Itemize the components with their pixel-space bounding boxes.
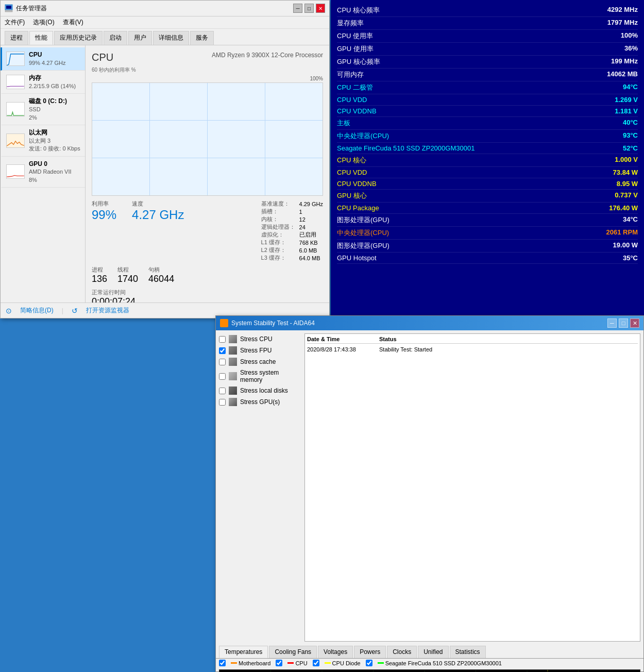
disk-graph-svg bbox=[7, 103, 24, 116]
tab-users[interactable]: 用户 bbox=[128, 31, 152, 45]
hw-label-18: 中央处理器(CPU) bbox=[337, 228, 389, 238]
sockets-val: 1 bbox=[299, 208, 323, 215]
menu-view[interactable]: 查看(V) bbox=[63, 18, 83, 27]
tab-process[interactable]: 进程 bbox=[5, 31, 28, 45]
legend-mb-checkbox[interactable] bbox=[219, 660, 226, 666]
aida-tab-voltages[interactable]: Voltages bbox=[318, 646, 353, 658]
handle-stat: 句柄 46044 bbox=[148, 266, 174, 284]
menu-options[interactable]: 选项(O) bbox=[33, 18, 54, 27]
thread-val: 1740 bbox=[117, 274, 138, 284]
handle-val: 46044 bbox=[148, 274, 174, 284]
aida-maximize-btn[interactable]: □ bbox=[619, 318, 628, 328]
hw-label-20: GPU Hotspot bbox=[337, 254, 377, 262]
maximize-button[interactable]: □ bbox=[304, 4, 314, 13]
legend-ssd-color bbox=[378, 662, 384, 664]
tab-services[interactable]: 服务 bbox=[190, 31, 214, 45]
stress-gpu-checkbox[interactable] bbox=[219, 399, 226, 406]
hw-value-19: 19.00 W bbox=[613, 241, 638, 250]
hw-label-19: 图形处理器(GPU) bbox=[337, 241, 389, 250]
legend-cpu-label: CPU bbox=[295, 660, 307, 666]
minimize-button[interactable]: ─ bbox=[293, 4, 302, 13]
aida-tab-cooling[interactable]: Cooling Fans bbox=[269, 646, 317, 658]
net-graph-svg bbox=[7, 134, 24, 147]
open-monitor-link[interactable]: 打开资源监视器 bbox=[86, 306, 129, 315]
tab-app-history[interactable]: 应用历史记录 bbox=[54, 31, 103, 45]
legend-ssd-label: Seagate FireCuda 510 SSD ZP2000GM30001 bbox=[385, 660, 502, 666]
disk-mini-graph bbox=[6, 102, 25, 116]
gpu-sidebar-text: GPU 0 AMD Radeon VII 8% bbox=[29, 160, 72, 184]
sidebar-item-gpu[interactable]: GPU 0 AMD Radeon VII 8% bbox=[1, 157, 85, 188]
hw-row-13: CPU VDD 73.84 W bbox=[337, 167, 638, 178]
detail-table: 基准速度： 4.29 GHz 插槽： 1 内核： 12 逻辑处理器： bbox=[261, 200, 323, 262]
stat-speed: 速度 4.27 GHz bbox=[132, 200, 184, 262]
aida-tab-bar: Temperatures Cooling Fans Voltages Power… bbox=[216, 645, 643, 659]
l1-val: 768 KB bbox=[299, 239, 323, 246]
logical-proc-val: 24 bbox=[299, 223, 323, 231]
mem-sidebar-text: 内存 2.2/15.9 GB (14%) bbox=[29, 74, 76, 90]
close-button[interactable]: ✕ bbox=[316, 4, 325, 13]
collapse-icon: ⊙ bbox=[6, 307, 12, 315]
stress-cpu-icon bbox=[229, 335, 237, 343]
graph-cell-5 bbox=[92, 121, 149, 158]
stress-fpu-checkbox[interactable] bbox=[219, 347, 226, 354]
aida-tab-powers[interactable]: Powers bbox=[354, 646, 386, 658]
stress-cache-item: Stress cache bbox=[219, 356, 301, 367]
gpu-sidebar-name: GPU 0 bbox=[29, 160, 72, 169]
aida-title-text: System Stability Test - AIDA64 bbox=[231, 320, 315, 327]
util-value: 99% bbox=[92, 208, 116, 222]
hw-value-8: 1.181 V bbox=[615, 107, 638, 115]
graph-cell-12 bbox=[265, 158, 323, 195]
stress-cache-checkbox[interactable] bbox=[219, 359, 226, 365]
legend-cpu-checkbox[interactable] bbox=[276, 660, 282, 666]
summary-link[interactable]: 简略信息(D) bbox=[20, 306, 54, 315]
aida-tab-clocks[interactable]: Clocks bbox=[387, 646, 417, 658]
legend-cpudiode-checkbox[interactable] bbox=[313, 660, 319, 666]
window-controls: ─ □ ✕ bbox=[293, 4, 325, 13]
tab-performance[interactable]: 性能 bbox=[29, 31, 53, 45]
stats-big: 利用率 99% 速度 4.27 GHz 基准速度： 4.29 GHz 插槽： bbox=[92, 200, 323, 262]
hw-value-13: 73.84 W bbox=[613, 169, 638, 176]
hw-value-10: 93°C bbox=[623, 131, 638, 141]
uptime-label: 正常运行时间 bbox=[92, 289, 323, 296]
legend-cpu-diode: CPU Diode bbox=[325, 660, 361, 666]
stat-util: 利用率 99% bbox=[92, 200, 116, 262]
aida-tab-statistics[interactable]: Statistics bbox=[450, 646, 486, 658]
stress-memory-icon bbox=[229, 372, 237, 380]
sidebar-item-cpu[interactable]: CPU 99% 4.27 GHz bbox=[1, 47, 85, 71]
legend-ssd-checkbox[interactable] bbox=[366, 660, 372, 666]
hw-label-4: GPU 核心频率 bbox=[337, 57, 380, 66]
temp-graph-svg: 94 94 52 40 bbox=[219, 670, 640, 672]
legend-cpu: CPU bbox=[287, 660, 307, 666]
l3-label: L3 缓存： bbox=[261, 254, 299, 262]
stress-disk-icon bbox=[229, 387, 237, 395]
l2-val: 6.0 MB bbox=[299, 246, 323, 254]
stress-memory-checkbox[interactable] bbox=[219, 373, 226, 380]
hw-row-18: 中央处理器(CPU) 2061 RPM bbox=[337, 227, 638, 240]
hw-value-14: 8.95 W bbox=[617, 180, 638, 188]
aida-minimize-btn[interactable]: ─ bbox=[607, 318, 617, 328]
sidebar-item-disk[interactable]: 磁盘 0 (C: D:) SSD 2% bbox=[1, 94, 85, 125]
aida-close-btn[interactable]: ✕ bbox=[630, 318, 639, 328]
thread-label: 线程 bbox=[117, 266, 138, 274]
hw-label-11: Seagate FireCuda 510 SSD ZP2000GM30001 bbox=[337, 144, 474, 152]
stress-cpu-checkbox[interactable] bbox=[219, 336, 226, 343]
graph-cell-8 bbox=[265, 121, 323, 158]
stress-disk-checkbox[interactable] bbox=[219, 388, 226, 394]
hw-row-11: Seagate FireCuda 510 SSD ZP2000GM30001 5… bbox=[337, 143, 638, 154]
tab-details[interactable]: 详细信息 bbox=[153, 31, 189, 45]
hwinfo-panel: CPU 核心频率 4292 MHz 显存频率 1797 MHz CPU 使用率 … bbox=[331, 0, 644, 318]
hw-label-3: GPU 使用率 bbox=[337, 44, 374, 54]
graph-cell-9 bbox=[92, 158, 149, 195]
hw-value-16: 176.40 W bbox=[609, 204, 638, 212]
legend-ssd: Seagate FireCuda 510 SSD ZP2000GM30001 bbox=[378, 660, 502, 666]
hw-label-14: CPU VDDNB bbox=[337, 180, 377, 188]
graph-cell-4 bbox=[265, 83, 323, 120]
menu-file[interactable]: 文件(F) bbox=[5, 18, 25, 27]
menu-bar: 文件(F) 选项(O) 查看(V) bbox=[1, 16, 329, 29]
log-status-0: Stability Test: Started bbox=[379, 346, 638, 352]
tab-startup[interactable]: 启动 bbox=[104, 31, 127, 45]
aida-tab-temperatures[interactable]: Temperatures bbox=[219, 646, 268, 658]
sidebar-item-network[interactable]: 以太网 以太网 3 发送: 0 接收: 0 Kbps bbox=[1, 125, 85, 157]
aida-tab-unified[interactable]: Unified bbox=[418, 646, 448, 658]
sidebar-item-memory[interactable]: 内存 2.2/15.9 GB (14%) bbox=[1, 71, 85, 94]
